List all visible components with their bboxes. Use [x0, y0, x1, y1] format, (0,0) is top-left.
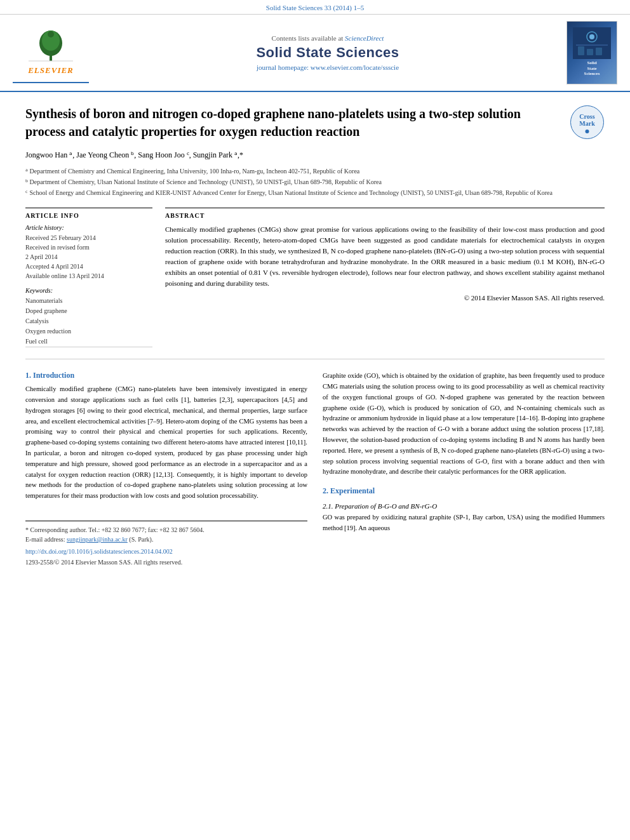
experimental-heading: 2. Experimental — [323, 486, 605, 496]
cover-title: SolidStateSciences — [583, 59, 601, 77]
cover-graphic-icon — [573, 27, 611, 59]
doi-link[interactable]: http://dx.doi.org/10.1016/j.solidstatesc… — [25, 547, 307, 556]
body-col-left: 1. Introduction Chemically modified grap… — [25, 371, 307, 567]
svg-text:Mark: Mark — [579, 120, 595, 127]
email-note: (S. Park). — [129, 536, 153, 543]
article-title-area: Synthesis of boron and nitrogen co-doped… — [25, 105, 605, 140]
article-info-box: ARTICLE INFO Article history: Received 2… — [25, 208, 152, 347]
keyword-2: Doped graphene — [25, 306, 152, 316]
body-col-right: Graphite oxide (GO), which is obtained b… — [323, 371, 605, 567]
svg-point-8 — [589, 34, 594, 39]
elsevier-logo: ELSEVIER — [13, 23, 89, 83]
preparation-text: GO was prepared by oxidizing natural gra… — [323, 512, 605, 534]
keywords-section: Keywords: Nanomaterials Doped graphene C… — [25, 287, 152, 347]
svg-text:Cross: Cross — [579, 113, 594, 120]
article-title: Synthesis of boron and nitrogen co-doped… — [25, 105, 605, 140]
email-line: E-mail address: sungjinpark@inha.ac.kr (… — [25, 535, 307, 544]
svg-rect-10 — [578, 46, 584, 55]
history-label: Article history: — [25, 224, 152, 231]
received-date: Received 25 February 2014 — [25, 233, 152, 243]
affiliations: ᵃ Department of Chemistry and Chemical E… — [25, 166, 605, 197]
received-revised-label: Received in revised form — [25, 243, 152, 252]
abstract-section: ABSTRACT Chemically modified graphenes (… — [165, 208, 605, 302]
svg-rect-11 — [587, 49, 593, 55]
sciencedirect-link[interactable]: ScienceDirect — [345, 34, 384, 42]
body-section: 1. Introduction Chemically modified grap… — [25, 371, 605, 567]
crossmark-badge[interactable]: Cross Mark — [570, 105, 605, 140]
sciencedirect-line: Contents lists available at ScienceDirec… — [102, 34, 554, 42]
article-info-col: ARTICLE INFO Article history: Received 2… — [25, 208, 152, 347]
introduction-text-left: Chemically modified graphene (CMG) nano-… — [25, 384, 307, 502]
journal-header: ELSEVIER Contents lists available at Sci… — [0, 15, 630, 92]
abstract-copyright: © 2014 Elsevier Masson SAS. All rights r… — [165, 294, 605, 302]
corresponding-note: * Corresponding author. Tel.: +82 32 860… — [25, 525, 307, 535]
content-divider — [25, 359, 605, 359]
keyword-1: Nanomaterials — [25, 296, 152, 306]
keywords-label: Keywords: — [25, 287, 152, 294]
accepted-date: Accepted 4 April 2014 — [25, 262, 152, 271]
abstract-label: ABSTRACT — [165, 212, 605, 219]
svg-point-16 — [586, 130, 589, 133]
email-address[interactable]: sungjinpark@inha.ac.kr — [67, 536, 128, 543]
journal-title: Solid State Sciences — [102, 44, 554, 61]
affiliation-a: ᵃ Department of Chemistry and Chemical E… — [25, 166, 605, 176]
elsevier-tree-icon — [22, 29, 79, 64]
journal-citation: Solid State Sciences 33 (2014) 1–5 — [266, 4, 364, 11]
affiliation-c: ᶜ School of Energy and Chemical Engineer… — [25, 188, 605, 197]
journal-citation-bar: Solid State Sciences 33 (2014) 1–5 — [0, 0, 630, 15]
article-history-group: Article history: Received 25 February 20… — [25, 224, 152, 281]
svg-rect-12 — [596, 48, 602, 55]
article-info-label: ARTICLE INFO — [25, 212, 152, 219]
affiliation-b: ᵇ Department of Chemistry, Ulsan Nationa… — [25, 177, 605, 187]
crossmark-icon: Cross Mark — [570, 105, 605, 140]
journal-homepage: journal homepage: www.elsevier.com/locat… — [102, 63, 554, 71]
homepage-url[interactable]: www.elsevier.com/locate/ssscie — [311, 63, 399, 71]
available-date: Available online 13 April 2014 — [25, 271, 152, 281]
abstract-col: ABSTRACT Chemically modified graphenes (… — [165, 208, 605, 347]
keyword-5: Fuel cell — [25, 337, 152, 347]
keyword-4: Oxygen reduction — [25, 326, 152, 337]
introduction-heading: 1. Introduction — [25, 371, 307, 380]
introduction-text-right: Graphite oxide (GO), which is obtained b… — [323, 371, 605, 477]
preparation-subheading: 2.1. Preparation of B-G-O and BN-rG-O — [323, 502, 605, 510]
info-abstract-section: ARTICLE INFO Article history: Received 2… — [25, 208, 605, 347]
email-label: E-mail address: — [25, 536, 65, 543]
abstract-text: Chemically modified graphenes (CMGs) sho… — [165, 224, 605, 289]
main-content: Synthesis of boron and nitrogen co-doped… — [0, 92, 630, 580]
keyword-3: Catalysis — [25, 316, 152, 326]
issn-copyright: 1293-2558/© 2014 Elsevier Masson SAS. Al… — [25, 557, 307, 567]
authors: Jongwoo Han ᵃ, Jae Yeong Cheon ᵇ, Sang H… — [25, 149, 605, 161]
journal-cover-image: SolidStateSciences — [566, 21, 617, 84]
journal-center-info: Contents lists available at ScienceDirec… — [89, 34, 566, 71]
received-revised-date: 2 April 2014 — [25, 252, 152, 262]
footnotes: * Corresponding author. Tel.: +82 32 860… — [25, 521, 307, 567]
svg-point-4 — [48, 31, 54, 37]
elsevier-label: ELSEVIER — [28, 65, 74, 76]
